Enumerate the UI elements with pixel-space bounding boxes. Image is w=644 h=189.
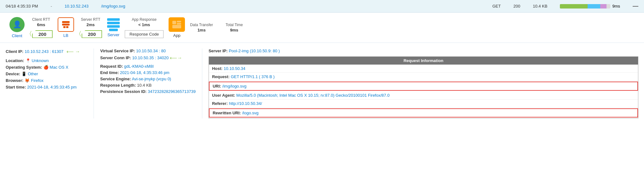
arrow-right-client: 〈 xyxy=(30,30,32,37)
referer-row: Referer: http://10.10.50.34/ xyxy=(209,100,638,108)
rewritten-uri-row: Rewritten URI: /logo.svg xyxy=(210,109,637,117)
uri-label: URI: xyxy=(213,84,221,89)
svg-rect-3 xyxy=(66,26,68,28)
response-size: 10.4 KB xyxy=(533,4,547,9)
device-line: Device: 📱 Other xyxy=(6,72,88,76)
svg-rect-7 xyxy=(172,25,181,28)
user-agent-row: User Agent: Mozilla/5.0 (Macintosh; Inte… xyxy=(209,91,638,100)
referer-value: http://10.10.50.34/ xyxy=(229,101,262,106)
location-icon: 📍 xyxy=(26,58,31,63)
timing-bar-visual xyxy=(560,4,610,9)
server-ip-row: Server IP: Pool-2-img (10.10.50.9: 80 ) xyxy=(209,49,638,53)
app-response-value: < 1ms xyxy=(138,22,150,27)
client-icon: 👤 xyxy=(9,17,25,32)
source-ip: 10.10.52.243 xyxy=(65,4,89,9)
os-label: Operating System: xyxy=(6,65,42,70)
right-panel: Server IP: Pool-2-img (10.10.50.9: 80 ) … xyxy=(202,49,638,118)
total-time-value: 9ms xyxy=(230,28,238,32)
server-line-2 xyxy=(107,22,120,24)
app-node: App xyxy=(169,17,185,38)
request-id-value: gdL-KMA0-xM8I xyxy=(124,64,154,69)
vs-ip-label: Virtual Service IP: xyxy=(100,49,135,53)
device-label: Device: xyxy=(6,72,20,76)
request-path: /img/logo.svg xyxy=(101,4,125,9)
server-rtt-title: Server RTT xyxy=(81,17,101,22)
request-row: Request: GET HTTP/1.1 ( 376 B ) xyxy=(209,73,638,81)
server-line-4 xyxy=(109,29,118,31)
left-panel: Client IP: 10.10.52.243 : 61307 ⟵ → Loca… xyxy=(6,49,94,118)
end-time-label: End time: xyxy=(100,70,119,75)
total-time-title: Total Time xyxy=(226,23,243,27)
metrics-row: 👤 Client Client RTT 6ms 〈 200 LB Server … xyxy=(0,13,644,43)
main-content: Client IP: 10.10.52.243 : 61307 ⟵ → Loca… xyxy=(0,43,644,118)
persistence-label: Persistence Session ID: xyxy=(100,89,147,94)
app-response-title: App Response xyxy=(132,17,157,22)
service-engine-value: Avi-se-jmykp (vcpu 0) xyxy=(132,77,171,81)
client-rtt-title: Client RTT xyxy=(32,17,50,22)
http-status: 200 xyxy=(513,4,520,9)
server-node: Server xyxy=(107,18,120,37)
end-time-value: 2021-04-18, 4:35:33:46 pm xyxy=(120,70,170,75)
total-time-group: Total Time 9ms xyxy=(226,23,243,32)
svg-rect-4 xyxy=(172,21,176,24)
uri-row-highlighted: URI: /img/logo.svg xyxy=(209,82,638,91)
location-label: Location: xyxy=(6,58,24,63)
user-agent-label: User Agent: xyxy=(212,93,235,98)
status-badge-client: 200 xyxy=(32,30,53,38)
server-label: Server xyxy=(107,32,119,37)
server-conn-row: Server Conn IP: 10.10.50.35 : 34020 ⟵→ xyxy=(100,55,196,61)
status-badge-server: 200 xyxy=(82,30,102,38)
response-code-box: Response Code xyxy=(125,30,164,38)
svg-rect-6 xyxy=(177,23,181,25)
service-engine-row: Service Engine: Avi-se-jmykp (vcpu 0) xyxy=(100,77,196,81)
referer-label: Referer: xyxy=(212,101,228,106)
server-icon xyxy=(107,18,120,31)
client-rtt-value: 6ms xyxy=(37,22,45,27)
request-id-row: Request ID: gdL-KMA0-xM8I xyxy=(100,64,196,69)
start-time-line: Start time: 2021-04-18, 4:35:33:45 pm xyxy=(6,85,88,89)
rewritten-uri-value: /logo.svg xyxy=(242,111,258,115)
client-ip-value: 10.10.52.243 : 61307 xyxy=(25,49,63,54)
pb-server-segment xyxy=(588,4,600,9)
browser-line: Browser: 🦊 Firefox xyxy=(6,78,88,83)
browser-icon: 🦊 xyxy=(25,78,30,83)
lb-icon xyxy=(58,17,74,32)
svg-rect-0 xyxy=(62,21,70,23)
end-time-row: End time: 2021-04-18, 4:35:33:46 pm xyxy=(100,70,196,75)
persistence-row: Persistence Session ID: 3472328282963657… xyxy=(100,89,196,94)
server-line-1 xyxy=(107,18,120,21)
client-node: 👤 Client xyxy=(9,17,25,38)
timestamp: 04/18 4:35:33 PM xyxy=(6,4,38,9)
total-duration: 9ms xyxy=(612,4,620,9)
request-label: Request: xyxy=(212,74,230,79)
lb-node: LB xyxy=(58,17,74,38)
start-time-label: Start time: xyxy=(6,85,26,89)
client-ip-line: Client IP: 10.10.52.243 : 61307 ⟵ → xyxy=(6,49,88,54)
arrow-right: → xyxy=(75,49,80,54)
browser-label: Browser: xyxy=(6,78,23,83)
data-transfer-group: Data Transfer 1ms xyxy=(190,23,213,32)
start-time-value: 2021-04-18, 4:35:33:45 pm xyxy=(27,85,77,89)
server-conn-value: 10.10.50.35 : 34020 xyxy=(132,55,169,60)
svg-rect-2 xyxy=(63,26,66,28)
request-value: GET HTTP/1.1 ( 376 B ) xyxy=(231,74,275,79)
svg-rect-1 xyxy=(62,24,70,26)
request-id-label: Request ID: xyxy=(100,64,123,69)
os-value: Mac OS X xyxy=(50,65,68,70)
host-label: Host: xyxy=(212,66,222,71)
response-length-row: Response Length: 10.4 KB xyxy=(100,83,196,88)
browser-value: Firefox xyxy=(31,78,43,83)
persistence-value: 347232828296365713739 xyxy=(148,89,196,94)
os-line: Operating System: 🍎 Mac OS X xyxy=(6,65,88,70)
user-agent-value: Mozilla/5.0 (Macintosh; Intel Mac OS X 1… xyxy=(236,93,389,98)
minimize-button[interactable]: — xyxy=(633,3,638,9)
svg-rect-5 xyxy=(177,21,181,22)
server-rtt-value: 2ms xyxy=(87,22,95,27)
middle-panel: Virtual Service IP: 10.10.50.34 : 80 Ser… xyxy=(94,49,202,118)
response-length-value: 10.4 KB xyxy=(137,83,152,88)
pb-app-segment xyxy=(600,4,606,9)
server-rtt-group: Server RTT 2ms 〈 200 xyxy=(79,17,102,38)
service-engine-label: Service Engine: xyxy=(100,77,131,81)
host-value: 10.10.50.34 xyxy=(224,66,245,71)
uri-value: /img/logo.svg xyxy=(222,84,247,89)
